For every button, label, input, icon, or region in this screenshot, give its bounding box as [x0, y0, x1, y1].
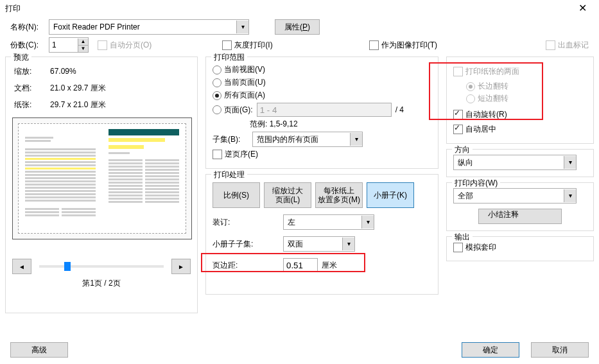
doc-size-label: 文档:	[13, 80, 48, 96]
preview-info-table: 缩放: 67.09% 文档: 21.0 x 29.7 厘米 纸张: 29.7 x…	[12, 62, 108, 114]
bleed-marks-checkbox: 出血标记	[546, 40, 589, 51]
orientation-group: 方向 纵向 ▾	[446, 149, 594, 177]
chevron-down-icon: ▾	[361, 216, 374, 229]
duplex-checkbox: 打印纸张的两面	[453, 66, 519, 77]
long-edge-radio: 长边翻转	[466, 81, 508, 92]
copies-spinner[interactable]: ▲ ▼	[49, 37, 89, 53]
margin-label: 页边距:	[213, 260, 283, 271]
cancel-button[interactable]: 取消	[531, 342, 589, 358]
binding-dropdown[interactable]: 左 ▾	[283, 214, 374, 230]
handling-tab-scale[interactable]: 比例(S)	[213, 182, 260, 208]
copies-down-icon[interactable]: ▼	[78, 46, 88, 52]
preview-prev-button[interactable]: ◄	[12, 259, 31, 274]
close-icon[interactable]: ✕	[569, 0, 595, 17]
advanced-button[interactable]: 高级	[10, 342, 68, 358]
zoom-value: 67.09%	[49, 64, 107, 79]
short-edge-radio: 短边翻转	[466, 93, 508, 104]
print-handling-legend: 打印处理	[211, 169, 247, 180]
copies-label: 份数(C):	[10, 40, 46, 51]
range-pages-radio[interactable]: 页面(G):	[213, 105, 253, 116]
print-range-group: 打印范围 当前视图(V) 当前页面(U) 所有页面(A) 页面(G): / 4 …	[205, 56, 438, 169]
print-content-group: 打印内容(W) 全部 ▾ 小结注释	[446, 182, 594, 231]
zoom-label: 缩放:	[13, 64, 48, 79]
booklet-subset-dropdown[interactable]: 双面 ▾	[283, 236, 355, 252]
preview-page-indicator: 第1页 / 2页	[12, 278, 191, 289]
auto-rotate-checkbox[interactable]: 自动旋转(R)	[453, 109, 507, 120]
handling-tab-multi[interactable]: 每张纸上 放置多页(M)	[315, 182, 363, 208]
range-current-page-radio[interactable]: 当前页面(U)	[213, 77, 266, 88]
bleed-marks-label: 出血标记	[558, 40, 589, 51]
print-handling-group: 打印处理 比例(S) 缩放过大 页面(L) 每张纸上 放置多页(M) 小册子(K…	[205, 174, 438, 295]
print-content-legend: 打印内容(W)	[452, 178, 500, 189]
grayscale-label: 灰度打印(I)	[234, 40, 272, 51]
copies-input[interactable]	[49, 39, 78, 51]
margin-unit: 厘米	[322, 260, 337, 271]
preview-slider[interactable]	[39, 265, 164, 268]
printer-dropdown[interactable]: Foxit Reader PDF Printer ▾	[49, 19, 249, 35]
chevron-down-icon: ▾	[564, 189, 576, 202]
paper-size-value: 29.7 x 21.0 厘米	[49, 97, 107, 112]
preview-page-right	[102, 124, 186, 233]
orientation-legend: 方向	[452, 144, 473, 155]
output-legend: 输出	[452, 232, 473, 243]
collate-checkbox: 自动分页(O)	[98, 40, 152, 51]
booklet-subset-label: 小册子子集:	[213, 239, 283, 250]
paper-size-label: 纸张:	[13, 97, 48, 112]
output-group: 输出 模拟套印	[446, 236, 594, 261]
chevron-down-icon: ▾	[236, 21, 248, 33]
preview-legend: 预览	[11, 52, 31, 63]
print-as-image-label: 作为图像打印(T)	[381, 40, 437, 51]
preview-page-left	[19, 124, 102, 233]
preview-next-button[interactable]: ►	[171, 259, 191, 274]
chevron-down-icon: ▾	[350, 133, 362, 146]
chevron-down-icon: ▾	[564, 156, 576, 169]
preview-group: 预览 缩放: 67.09% 文档: 21.0 x 29.7 厘米 纸张: 29.…	[5, 56, 198, 313]
print-content-dropdown[interactable]: 全部 ▾	[453, 188, 577, 204]
handling-tab-booklet[interactable]: 小册子(K)	[367, 182, 414, 208]
doc-size-value: 21.0 x 29.7 厘米	[49, 80, 107, 96]
simulate-overprint-checkbox[interactable]: 模拟套印	[453, 242, 496, 253]
summarize-comments-button[interactable]: 小结注释	[478, 209, 562, 224]
collate-label: 自动分页(O)	[110, 40, 152, 51]
properties-button[interactable]: 属性(P)	[275, 19, 320, 35]
title-bar: 打印 ✕	[0, 0, 599, 17]
printer-name-label: 名称(N):	[10, 22, 46, 33]
subset-label: 子集(B):	[213, 134, 250, 145]
handling-tab-fit[interactable]: 缩放过大 页面(L)	[264, 182, 311, 208]
print-range-legend: 打印范围	[211, 52, 247, 63]
printer-dropdown-text: Foxit Reader PDF Printer	[49, 21, 144, 33]
binding-label: 装订:	[213, 217, 283, 228]
subset-dropdown[interactable]: 范围内的所有页面 ▾	[252, 132, 363, 147]
range-current-view-radio[interactable]: 当前视图(V)	[213, 64, 265, 75]
range-all-pages-radio[interactable]: 所有页面(A)	[213, 90, 265, 101]
range-pages-total: / 4	[395, 105, 404, 114]
preview-thumbnail	[12, 117, 192, 239]
preview-slider-thumb[interactable]	[64, 262, 71, 271]
ok-button[interactable]: 确定	[462, 342, 519, 358]
reverse-order-checkbox[interactable]: 逆页序(E)	[213, 149, 258, 160]
range-example-label: 范例: 1,5-9,12	[250, 119, 298, 130]
properties-button-label: 属性(P)	[284, 22, 310, 33]
window-title: 打印	[5, 0, 21, 17]
print-as-image-checkbox[interactable]: 作为图像打印(T)	[369, 40, 437, 51]
orientation-dropdown[interactable]: 纵向 ▾	[453, 155, 577, 170]
duplex-group: 打印纸张的两面 长边翻转 短边翻转 自动旋转(R) 自动居中	[446, 56, 594, 144]
chevron-down-icon: ▾	[342, 238, 354, 250]
margin-input[interactable]	[283, 258, 318, 272]
range-pages-input[interactable]	[257, 103, 392, 117]
copies-up-icon[interactable]: ▲	[78, 39, 88, 46]
grayscale-checkbox[interactable]: 灰度打印(I)	[222, 40, 272, 51]
auto-center-checkbox[interactable]: 自动居中	[453, 124, 496, 135]
